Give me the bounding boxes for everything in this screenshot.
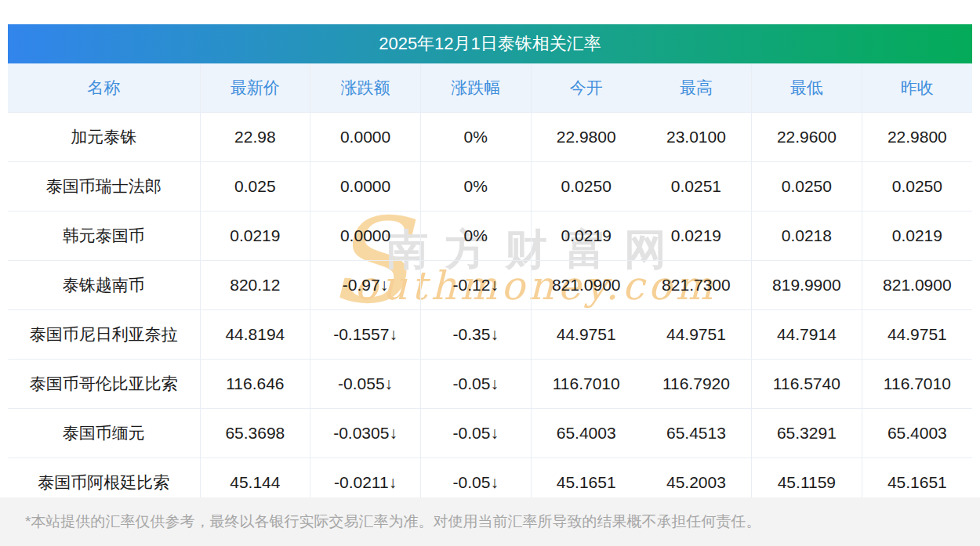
cell-latest: 0.0219 (200, 212, 310, 261)
cell-high: 65.4513 (641, 409, 752, 458)
cell-change: -0.0305↓ (310, 409, 421, 458)
column-header-low: 最低 (752, 63, 862, 113)
cell-prev-close: 65.4003 (862, 409, 972, 458)
cell-high: 0.0219 (641, 212, 752, 261)
cell-change-pct: -0.35↓ (420, 310, 531, 360)
cell-latest: 0.025 (200, 162, 310, 212)
cell-open: 0.0219 (531, 212, 641, 261)
cell-change: 0.0000 (310, 162, 421, 212)
cell-change: -0.97↓ (310, 261, 421, 310)
cell-change: -0.055↓ (310, 360, 421, 409)
cell-low: 65.3291 (752, 409, 862, 458)
cell-open: 821.0900 (531, 261, 641, 310)
cell-latest: 116.646 (200, 360, 310, 409)
cell-change-pct: 0% (420, 162, 531, 212)
cell-change: -0.1557↓ (310, 310, 421, 360)
cell-open: 116.7010 (531, 360, 641, 409)
cell-change-pct: -0.05↓ (420, 409, 531, 458)
column-header-change-percent: 涨跌幅 (420, 63, 531, 113)
cell-high: 116.7920 (641, 360, 752, 409)
cell-change-pct: -0.05↓ (420, 360, 531, 409)
cell-low: 819.9900 (752, 261, 862, 310)
cell-low: 116.5740 (752, 360, 862, 409)
cell-latest: 65.3698 (200, 409, 310, 458)
column-header-prev-close: 昨收 (862, 63, 972, 113)
cell-name: 加元泰铢 (8, 113, 200, 162)
cell-name: 泰国币尼日利亚奈拉 (8, 310, 200, 360)
table-row: 泰国币瑞士法郎0.0250.00000%0.02500.02510.02500.… (8, 162, 972, 212)
cell-open: 22.9800 (531, 113, 641, 162)
table-row: 泰国币缅元65.3698-0.0305↓-0.05↓65.400365.4513… (8, 409, 972, 458)
cell-low: 0.0250 (752, 162, 862, 212)
cell-change-pct: 0% (420, 212, 531, 261)
table-row: 泰国币尼日利亚奈拉44.8194-0.1557↓-0.35↓44.975144.… (8, 310, 972, 360)
disclaimer-bar: *本站提供的汇率仅供参考，最终以各银行实际交易汇率为准。对使用当前汇率所导致的结… (0, 497, 980, 546)
cell-latest: 820.12 (200, 261, 310, 310)
cell-name: 泰国币缅元 (8, 409, 200, 458)
cell-name: 泰国币瑞士法郎 (8, 162, 200, 212)
cell-prev-close: 44.9751 (862, 310, 972, 360)
table-row: 加元泰铢22.980.00000%22.980023.010022.960022… (8, 113, 972, 162)
cell-change-pct: 0% (420, 113, 531, 162)
cell-latest: 44.8194 (200, 310, 310, 360)
cell-low: 44.7914 (752, 310, 862, 360)
cell-name: 韩元泰国币 (8, 212, 200, 261)
cell-prev-close: 0.0250 (862, 162, 972, 212)
cell-open: 0.0250 (531, 162, 641, 212)
cell-name: 泰铢越南币 (8, 261, 200, 310)
cell-low: 0.0218 (752, 212, 862, 261)
header-row: 名称最新价涨跌额涨跌幅今开最高最低昨收 (8, 63, 972, 113)
cell-change: 0.0000 (310, 212, 421, 261)
cell-open: 44.9751 (531, 310, 641, 360)
cell-latest: 22.98 (200, 113, 310, 162)
column-header-change-amount: 涨跌额 (310, 63, 421, 113)
cell-low: 22.9600 (752, 113, 862, 162)
cell-prev-close: 0.0219 (862, 212, 972, 261)
cell-high: 821.7300 (641, 261, 752, 310)
table-row: 泰铢越南币820.12-0.97↓-0.12↓821.0900821.73008… (8, 261, 972, 310)
disclaimer-text: *本站提供的汇率仅供参考，最终以各银行实际交易汇率为准。对使用当前汇率所导致的结… (0, 512, 760, 532)
table-title: 2025年12月1日泰铢相关汇率 (8, 24, 972, 63)
column-header-high: 最高 (641, 63, 752, 113)
cell-high: 23.0100 (641, 113, 752, 162)
cell-prev-close: 22.9800 (862, 113, 972, 162)
cell-name: 泰国币哥伦比亚比索 (8, 360, 200, 409)
cell-open: 65.4003 (531, 409, 641, 458)
cell-prev-close: 821.0900 (862, 261, 972, 310)
cell-prev-close: 116.7010 (862, 360, 972, 409)
column-header-name: 名称 (8, 63, 200, 113)
table-row: 韩元泰国币0.02190.00000%0.02190.02190.02180.0… (8, 212, 972, 261)
column-header-open: 今开 (531, 63, 641, 113)
table-row: 泰国币哥伦比亚比索116.646-0.055↓-0.05↓116.7010116… (8, 360, 972, 409)
cell-high: 44.9751 (641, 310, 752, 360)
cell-high: 0.0251 (641, 162, 752, 212)
column-header-latest-price: 最新价 (200, 63, 310, 113)
cell-change: 0.0000 (310, 113, 421, 162)
exchange-rate-table: 2025年12月1日泰铢相关汇率 名称最新价涨跌额涨跌幅今开最高最低昨收 加元泰… (8, 24, 972, 508)
cell-change-pct: -0.12↓ (420, 261, 531, 310)
